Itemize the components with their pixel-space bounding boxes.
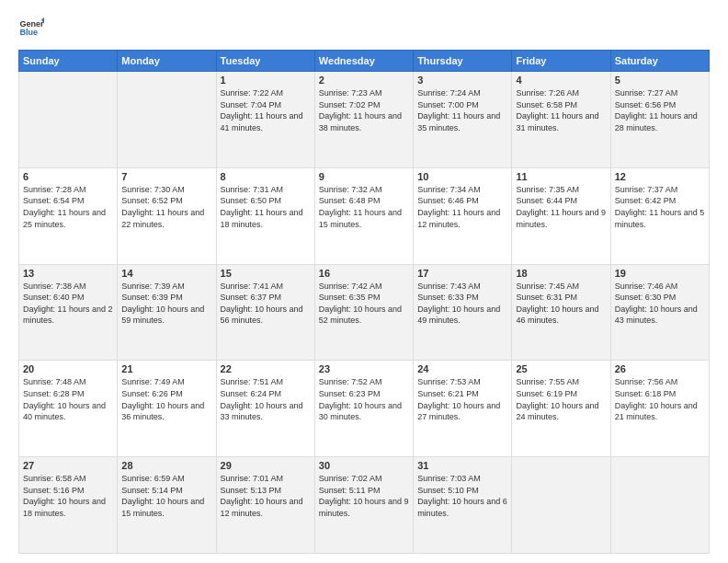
cell-content: Sunrise: 7:03 AM Sunset: 5:10 PM Dayligh… bbox=[417, 473, 507, 519]
calendar-cell bbox=[610, 457, 709, 554]
day-number: 25 bbox=[516, 363, 606, 374]
cell-content: Sunrise: 7:02 AM Sunset: 5:11 PM Dayligh… bbox=[319, 473, 409, 519]
calendar-row-0: 1Sunrise: 7:22 AM Sunset: 7:04 PM Daylig… bbox=[19, 72, 710, 168]
calendar-cell: 29Sunrise: 7:01 AM Sunset: 5:13 PM Dayli… bbox=[216, 457, 314, 554]
day-number: 26 bbox=[615, 363, 705, 374]
cell-content: Sunrise: 7:52 AM Sunset: 6:23 PM Dayligh… bbox=[319, 376, 409, 422]
day-number: 23 bbox=[319, 363, 409, 374]
cell-content: Sunrise: 7:48 AM Sunset: 6:28 PM Dayligh… bbox=[23, 376, 113, 422]
calendar-cell: 31Sunrise: 7:03 AM Sunset: 5:10 PM Dayli… bbox=[414, 457, 512, 554]
calendar-cell: 16Sunrise: 7:42 AM Sunset: 6:35 PM Dayli… bbox=[314, 264, 413, 361]
cell-content: Sunrise: 7:39 AM Sunset: 6:39 PM Dayligh… bbox=[121, 281, 211, 327]
calendar-cell: 14Sunrise: 7:39 AM Sunset: 6:39 PM Dayli… bbox=[118, 264, 216, 361]
day-number: 13 bbox=[23, 268, 113, 279]
calendar-row-3: 20Sunrise: 7:48 AM Sunset: 6:28 PM Dayli… bbox=[19, 361, 710, 457]
cell-content: Sunrise: 7:22 AM Sunset: 7:04 PM Dayligh… bbox=[221, 87, 311, 133]
day-number: 1 bbox=[221, 75, 311, 86]
calendar-cell: 8Sunrise: 7:31 AM Sunset: 6:50 PM Daylig… bbox=[216, 167, 314, 264]
calendar-cell: 5Sunrise: 7:27 AM Sunset: 6:56 PM Daylig… bbox=[610, 72, 709, 168]
calendar-cell: 23Sunrise: 7:52 AM Sunset: 6:23 PM Dayli… bbox=[314, 361, 413, 457]
cell-content: Sunrise: 6:58 AM Sunset: 5:16 PM Dayligh… bbox=[23, 473, 113, 519]
day-number: 27 bbox=[23, 460, 113, 471]
day-number: 11 bbox=[516, 171, 606, 182]
day-number: 16 bbox=[319, 268, 409, 279]
day-number: 29 bbox=[221, 460, 311, 471]
day-number: 3 bbox=[417, 75, 507, 86]
calendar-cell: 25Sunrise: 7:55 AM Sunset: 6:19 PM Dayli… bbox=[512, 361, 610, 457]
day-number: 15 bbox=[221, 268, 311, 279]
day-number: 24 bbox=[417, 363, 507, 374]
day-number: 28 bbox=[121, 460, 211, 471]
cell-content: Sunrise: 7:28 AM Sunset: 6:54 PM Dayligh… bbox=[23, 184, 113, 230]
day-number: 19 bbox=[615, 268, 705, 279]
day-number: 8 bbox=[221, 171, 311, 182]
day-number: 18 bbox=[516, 268, 606, 279]
calendar-cell: 2Sunrise: 7:23 AM Sunset: 7:02 PM Daylig… bbox=[314, 72, 413, 168]
cell-content: Sunrise: 7:51 AM Sunset: 6:24 PM Dayligh… bbox=[221, 376, 311, 422]
day-number: 12 bbox=[615, 171, 705, 182]
cell-content: Sunrise: 7:37 AM Sunset: 6:42 PM Dayligh… bbox=[615, 184, 705, 230]
calendar-cell: 3Sunrise: 7:24 AM Sunset: 7:00 PM Daylig… bbox=[414, 72, 512, 168]
day-number: 5 bbox=[615, 75, 705, 86]
calendar-cell: 26Sunrise: 7:56 AM Sunset: 6:18 PM Dayli… bbox=[610, 361, 709, 457]
day-number: 2 bbox=[319, 75, 409, 86]
weekday-header-wednesday: Wednesday bbox=[314, 51, 413, 72]
calendar-cell: 12Sunrise: 7:37 AM Sunset: 6:42 PM Dayli… bbox=[610, 167, 709, 264]
calendar-cell bbox=[19, 72, 118, 168]
cell-content: Sunrise: 7:43 AM Sunset: 6:33 PM Dayligh… bbox=[417, 281, 507, 327]
cell-content: Sunrise: 7:26 AM Sunset: 6:58 PM Dayligh… bbox=[516, 87, 606, 133]
calendar-cell: 7Sunrise: 7:30 AM Sunset: 6:52 PM Daylig… bbox=[118, 167, 216, 264]
cell-content: Sunrise: 7:56 AM Sunset: 6:18 PM Dayligh… bbox=[615, 376, 705, 422]
day-number: 4 bbox=[516, 75, 606, 86]
cell-content: Sunrise: 7:23 AM Sunset: 7:02 PM Dayligh… bbox=[319, 87, 409, 133]
cell-content: Sunrise: 6:59 AM Sunset: 5:14 PM Dayligh… bbox=[121, 473, 211, 519]
calendar-cell: 21Sunrise: 7:49 AM Sunset: 6:26 PM Dayli… bbox=[118, 361, 216, 457]
cell-content: Sunrise: 7:49 AM Sunset: 6:26 PM Dayligh… bbox=[121, 376, 211, 422]
calendar-cell: 10Sunrise: 7:34 AM Sunset: 6:46 PM Dayli… bbox=[414, 167, 512, 264]
day-number: 6 bbox=[23, 171, 113, 182]
svg-text:Blue: Blue bbox=[19, 28, 38, 37]
calendar-cell: 13Sunrise: 7:38 AM Sunset: 6:40 PM Dayli… bbox=[19, 264, 118, 361]
page: General Blue SundayMondayTuesdayWednesda… bbox=[0, 0, 728, 563]
cell-content: Sunrise: 7:38 AM Sunset: 6:40 PM Dayligh… bbox=[23, 281, 113, 327]
day-number: 7 bbox=[121, 171, 211, 182]
calendar-cell: 28Sunrise: 6:59 AM Sunset: 5:14 PM Dayli… bbox=[118, 457, 216, 554]
calendar-cell: 17Sunrise: 7:43 AM Sunset: 6:33 PM Dayli… bbox=[414, 264, 512, 361]
cell-content: Sunrise: 7:42 AM Sunset: 6:35 PM Dayligh… bbox=[319, 281, 409, 327]
cell-content: Sunrise: 7:32 AM Sunset: 6:48 PM Dayligh… bbox=[319, 184, 409, 230]
weekday-header-row: SundayMondayTuesdayWednesdayThursdayFrid… bbox=[19, 51, 710, 72]
calendar-row-1: 6Sunrise: 7:28 AM Sunset: 6:54 PM Daylig… bbox=[19, 167, 710, 264]
calendar-cell: 30Sunrise: 7:02 AM Sunset: 5:11 PM Dayli… bbox=[314, 457, 413, 554]
day-number: 31 bbox=[417, 460, 507, 471]
day-number: 20 bbox=[23, 363, 113, 374]
cell-content: Sunrise: 7:30 AM Sunset: 6:52 PM Dayligh… bbox=[121, 184, 211, 230]
calendar-cell: 24Sunrise: 7:53 AM Sunset: 6:21 PM Dayli… bbox=[414, 361, 512, 457]
calendar-cell bbox=[118, 72, 216, 168]
cell-content: Sunrise: 7:55 AM Sunset: 6:19 PM Dayligh… bbox=[516, 376, 606, 422]
logo: General Blue bbox=[18, 15, 44, 40]
svg-text:General: General bbox=[19, 19, 44, 29]
calendar-cell: 4Sunrise: 7:26 AM Sunset: 6:58 PM Daylig… bbox=[512, 72, 610, 168]
weekday-header-friday: Friday bbox=[512, 51, 610, 72]
cell-content: Sunrise: 7:24 AM Sunset: 7:00 PM Dayligh… bbox=[417, 87, 507, 133]
cell-content: Sunrise: 7:53 AM Sunset: 6:21 PM Dayligh… bbox=[417, 376, 507, 422]
calendar-row-4: 27Sunrise: 6:58 AM Sunset: 5:16 PM Dayli… bbox=[19, 457, 710, 554]
calendar-cell: 19Sunrise: 7:46 AM Sunset: 6:30 PM Dayli… bbox=[610, 264, 709, 361]
calendar-cell bbox=[512, 457, 610, 554]
cell-content: Sunrise: 7:45 AM Sunset: 6:31 PM Dayligh… bbox=[516, 281, 606, 327]
weekday-header-monday: Monday bbox=[118, 51, 216, 72]
calendar-cell: 27Sunrise: 6:58 AM Sunset: 5:16 PM Dayli… bbox=[19, 457, 118, 554]
cell-content: Sunrise: 7:34 AM Sunset: 6:46 PM Dayligh… bbox=[417, 184, 507, 230]
weekday-header-thursday: Thursday bbox=[414, 51, 512, 72]
calendar-table: SundayMondayTuesdayWednesdayThursdayFrid… bbox=[18, 50, 710, 554]
day-number: 14 bbox=[121, 268, 211, 279]
cell-content: Sunrise: 7:27 AM Sunset: 6:56 PM Dayligh… bbox=[615, 87, 705, 133]
calendar-cell: 9Sunrise: 7:32 AM Sunset: 6:48 PM Daylig… bbox=[314, 167, 413, 264]
calendar-cell: 15Sunrise: 7:41 AM Sunset: 6:37 PM Dayli… bbox=[216, 264, 314, 361]
calendar-row-2: 13Sunrise: 7:38 AM Sunset: 6:40 PM Dayli… bbox=[19, 264, 710, 361]
calendar-cell: 18Sunrise: 7:45 AM Sunset: 6:31 PM Dayli… bbox=[512, 264, 610, 361]
weekday-header-saturday: Saturday bbox=[610, 51, 709, 72]
calendar-cell: 6Sunrise: 7:28 AM Sunset: 6:54 PM Daylig… bbox=[19, 167, 118, 264]
day-number: 10 bbox=[417, 171, 507, 182]
day-number: 22 bbox=[221, 363, 311, 374]
